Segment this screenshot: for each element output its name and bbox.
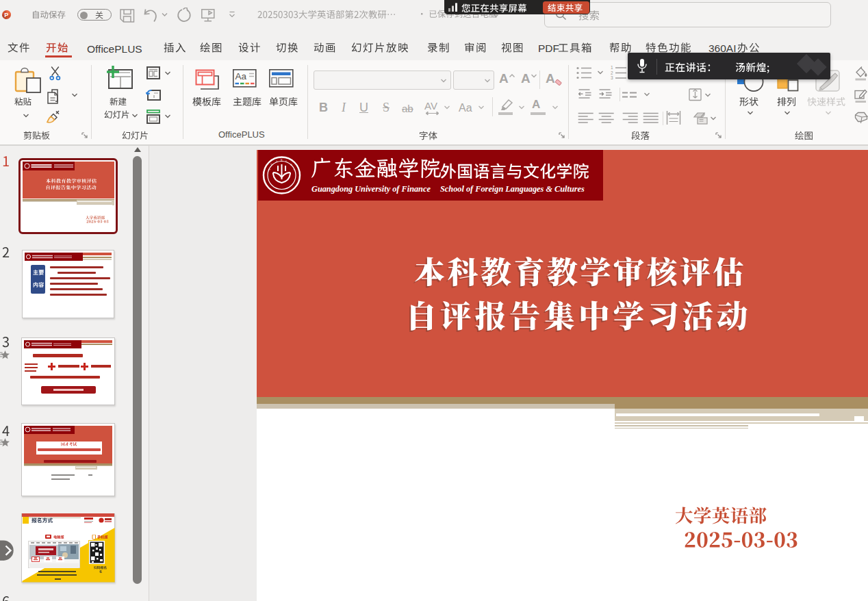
svg-text:·: · xyxy=(281,188,282,191)
svg-text:360AI: 360AI xyxy=(709,42,737,54)
svg-text:PDF: PDF xyxy=(538,42,559,54)
svg-text:·: · xyxy=(288,187,288,190)
svg-text:P: P xyxy=(4,12,8,18)
svg-text:·: · xyxy=(275,187,276,190)
svg-text:1: 1 xyxy=(611,65,613,70)
svg-text:2: 2 xyxy=(611,71,613,75)
svg-text:Aa: Aa xyxy=(235,71,247,81)
svg-text:3: 3 xyxy=(611,75,613,80)
